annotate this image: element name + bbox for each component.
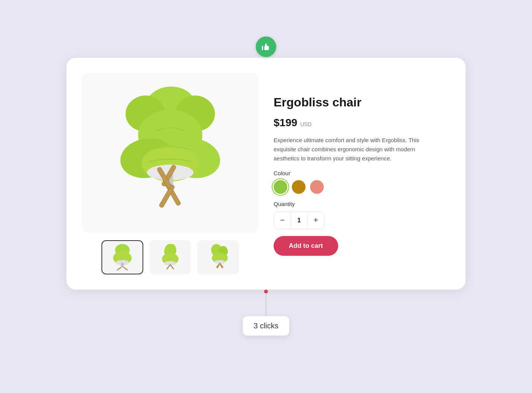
chair-illustration (109, 82, 231, 223)
annotation-line (266, 293, 266, 316)
thumbnail-row (101, 240, 239, 274)
quantity-label: Quantity (274, 201, 450, 207)
thumbnail-1[interactable] (101, 240, 143, 274)
quantity-increase-button[interactable]: + (307, 212, 324, 229)
annotation-dot (264, 290, 268, 293)
colour-swatch-green[interactable] (274, 180, 287, 194)
thumbs-up-badge (256, 36, 276, 57)
svg-rect-16 (121, 263, 124, 267)
main-image (82, 73, 258, 233)
clicks-label: 3 clicks (253, 322, 279, 330)
colour-swatch-gold[interactable] (292, 180, 306, 194)
price-value: $199 (274, 117, 297, 129)
price-currency: USD (300, 121, 312, 127)
product-title: Ergobliss chair (274, 95, 450, 109)
svg-line-17 (124, 267, 127, 270)
thumb-chair-1 (109, 244, 136, 271)
price-row: $199 USD (274, 117, 450, 129)
add-to-cart-button[interactable]: Add to cart (274, 236, 338, 256)
quantity-control: − 1 + (274, 212, 325, 229)
annotation-area: 3 clicks (243, 290, 289, 336)
colour-section: Colour (274, 170, 450, 194)
colour-swatch-rose[interactable] (310, 180, 324, 194)
colour-options (274, 180, 450, 194)
product-description: Experience ultimate comfort and style wi… (274, 136, 433, 163)
product-left (82, 73, 258, 274)
thumb-chair-3 (205, 244, 231, 271)
thumbs-up-icon (261, 42, 271, 52)
quantity-value: 1 (291, 213, 307, 228)
svg-line-18 (117, 267, 121, 270)
thumbnail-3[interactable] (197, 240, 239, 274)
thumb-chair-2 (157, 244, 184, 271)
quantity-decrease-button[interactable]: − (274, 212, 291, 229)
thumbnail-2[interactable] (149, 240, 191, 274)
product-right: Ergobliss chair $199 USD Experience ulti… (274, 73, 450, 274)
quantity-section: Quantity − 1 + (274, 201, 450, 229)
colour-label: Colour (274, 170, 450, 176)
annotation-bubble: 3 clicks (243, 316, 289, 336)
product-card: Ergobliss chair $199 USD Experience ulti… (66, 58, 466, 290)
